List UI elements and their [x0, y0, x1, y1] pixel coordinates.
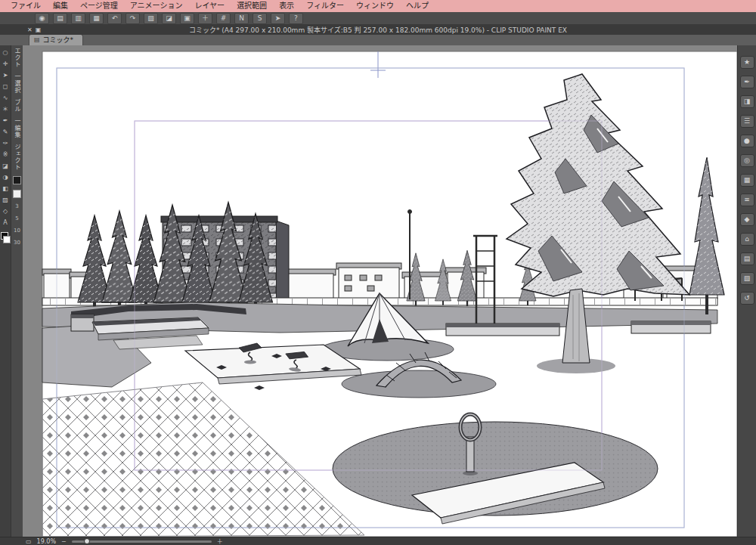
open-page-icon[interactable]: ▥	[71, 13, 85, 24]
palette-color-chip-black[interactable]	[13, 176, 21, 184]
airbrush-tool-icon[interactable]: ※	[1, 150, 10, 159]
move-tool-icon[interactable]: ✛	[1, 60, 10, 69]
main-toolbar: ◉▤▥▦↶↷▧◪▣＋#NS➤?	[0, 12, 756, 25]
pen-tool-icon[interactable]: ✒	[1, 116, 10, 125]
tab-label: コミック*	[43, 36, 74, 45]
undo-icon[interactable]: ↶	[107, 13, 122, 24]
save-icon[interactable]: ▦	[89, 13, 104, 24]
deselect-icon[interactable]: ▧	[144, 13, 158, 24]
menu-item[interactable]: フィルター	[300, 0, 350, 12]
dock-icon[interactable]: ▣	[36, 25, 42, 35]
help-icon[interactable]: ?	[289, 13, 303, 24]
color-slider-panel-icon[interactable]: ≡	[740, 194, 754, 206]
long-bench-center	[446, 324, 559, 336]
zoom-value: 19.0%	[37, 537, 56, 545]
history-panel-icon[interactable]: ↺	[740, 292, 754, 305]
text-tool-icon[interactable]: A	[1, 218, 10, 228]
menu-item[interactable]: ウィンドウ	[350, 0, 400, 12]
palette-dock-strip: ★✒◨☰●◎▦≡◆⌂▤▧↺	[737, 45, 756, 537]
menu-item[interactable]: アニメーション	[124, 0, 189, 12]
clip-studio-paint-window: ファイル編集ページ管理アニメーションレイヤー選択範囲表示フィルターウィンドウヘル…	[0, 0, 756, 545]
fill-tool-icon[interactable]: ◧	[1, 184, 10, 194]
zoom-slider-thumb[interactable]	[84, 538, 90, 544]
sub-color-swatch[interactable]	[3, 236, 11, 243]
menu-item[interactable]: ヘルプ	[400, 0, 435, 12]
magic-wand-tool-icon[interactable]: ＊	[1, 105, 10, 114]
tool-strip: ○✛➤◻∿＊✒✎✑※◪◑◧▨◇A	[0, 45, 11, 537]
brush-size-item[interactable]: 30	[14, 240, 20, 246]
menu-item[interactable]: 表示	[273, 0, 300, 12]
sub-tool-panel-icon[interactable]: ◨	[740, 95, 754, 108]
grid-icon[interactable]: #	[216, 13, 231, 24]
brush-size-item[interactable]: 3	[15, 203, 18, 210]
tool-property-panel-icon[interactable]: ☰	[740, 115, 754, 128]
brush-tool-icon[interactable]: ✑	[1, 139, 10, 148]
zoom-out-icon[interactable]: −	[61, 537, 67, 545]
layer-panel-icon[interactable]: ▤	[740, 252, 754, 265]
fit-screen-icon[interactable]: ▭	[26, 537, 32, 545]
menu-item[interactable]: ファイル	[5, 0, 47, 12]
redo-icon[interactable]: ↷	[125, 13, 140, 24]
show-selection-border-icon[interactable]: ▣	[180, 13, 194, 24]
menu-item[interactable]: レイヤー	[188, 0, 231, 12]
quick-access-panel-icon[interactable]: ★	[740, 56, 754, 69]
palette-color-chip-white[interactable]	[13, 190, 21, 198]
lasso-tool-icon[interactable]: ∿	[1, 94, 10, 103]
new-page-icon[interactable]: ▤	[53, 13, 67, 24]
zoom-tool-icon[interactable]: ○	[1, 48, 10, 57]
eraser-tool-icon[interactable]: ◪	[1, 162, 10, 171]
figure-tool-icon[interactable]: ◇	[1, 207, 10, 216]
menu-item[interactable]: 選択範囲	[231, 0, 273, 12]
document-title: コミック* (A4 297.00 x 210.00mm 製本サイズ:B5 判 2…	[0, 25, 756, 35]
low-wall-right	[631, 321, 711, 333]
blend-tool-icon[interactable]: ◑	[1, 173, 10, 182]
palette-tab-label[interactable]: 一編集	[13, 118, 21, 138]
selection-tool-icon[interactable]: ◻	[1, 82, 10, 91]
cursor-n-icon[interactable]: N	[234, 13, 249, 24]
invert-selection-icon[interactable]: ◪	[162, 13, 176, 24]
document-titlebar: ✕▣ コミック* (A4 297.00 x 210.00mm 製本サイズ:B5 …	[0, 25, 756, 35]
palette-tab-label[interactable]: ジェクト	[13, 144, 21, 171]
pencil-tool-icon[interactable]: ✎	[1, 128, 10, 137]
canvas-artwork[interactable]	[23, 45, 737, 537]
document-tabbar: ▤ コミック*	[0, 35, 756, 45]
main-area: ○✛➤◻∿＊✒✎✑※◪◑◧▨◇A エクト一選択ブル一編集ジェクト 351030	[0, 45, 756, 537]
menubar: ファイル編集ページ管理アニメーションレイヤー選択範囲表示フィルターウィンドウヘル…	[0, 0, 756, 12]
brush-size-panel-icon[interactable]: ●	[740, 135, 754, 147]
palette-tab-label[interactable]: ブル	[13, 99, 21, 113]
document-window-controls: ✕▣	[27, 25, 41, 35]
statusbar: ▭ 19.0% − ＋	[0, 537, 756, 545]
color-swatches[interactable]	[1, 232, 10, 243]
gradient-tool-icon[interactable]: ▨	[1, 196, 10, 205]
trim-mark-icon[interactable]: ＋	[198, 13, 212, 24]
menu-item[interactable]: ページ管理	[74, 0, 124, 12]
tool-panel-icon[interactable]: ✒	[740, 76, 754, 88]
clip-studio-logo-icon[interactable]: ◉	[35, 13, 49, 24]
brush-size-item[interactable]: 10	[14, 228, 20, 234]
layer-property-panel-icon[interactable]: ▧	[740, 272, 754, 285]
zoom-in-icon[interactable]: ＋	[217, 537, 223, 545]
collapsed-palette-panel: エクト一選択ブル一編集ジェクト 351030	[11, 45, 23, 537]
color-wheel-panel-icon[interactable]: ◎	[740, 154, 754, 167]
zoom-slider[interactable]	[72, 540, 212, 543]
cursor-s-icon[interactable]: S	[253, 13, 267, 24]
page-icon: ▤	[34, 36, 40, 45]
menu-item[interactable]: 編集	[47, 0, 74, 12]
close-icon[interactable]: ✕	[27, 25, 33, 35]
pointer-icon[interactable]: ➤	[271, 13, 285, 24]
canvas-area	[23, 45, 737, 537]
palette-tab-label[interactable]: エクト	[13, 48, 21, 68]
navigator-panel-icon[interactable]: ⌂	[740, 233, 754, 246]
tab-comic[interactable]: ▤ コミック*	[29, 34, 83, 45]
palette-tab-label[interactable]: 一選択	[13, 73, 21, 94]
material-panel-icon[interactable]: ◆	[740, 213, 754, 226]
color-set-panel-icon[interactable]: ▦	[740, 174, 754, 187]
operation-tool-icon[interactable]: ➤	[1, 71, 10, 80]
brush-size-item[interactable]: 5	[15, 215, 18, 222]
